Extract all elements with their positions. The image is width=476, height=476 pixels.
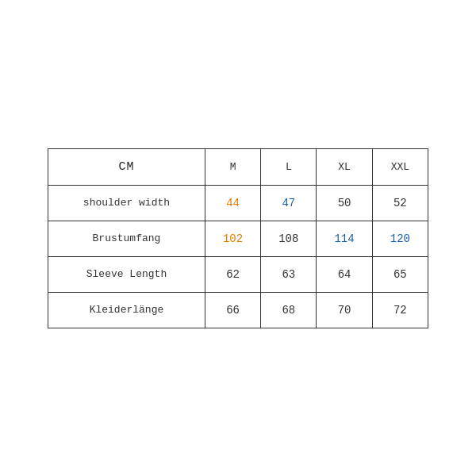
table-row: Sleeve Length62636465 <box>48 256 428 292</box>
cell-1-0: 102 <box>205 221 260 256</box>
size-chart-table: CM M L XL XXL shoulder width44475052Brus… <box>48 148 428 328</box>
table-header-row: CM M L XL XXL <box>48 148 428 185</box>
size-chart-wrapper: CM M L XL XXL shoulder width44475052Brus… <box>48 148 428 328</box>
cell-3-3: 72 <box>372 292 428 328</box>
header-size-l: L <box>261 148 317 185</box>
header-size-m: M <box>205 148 260 185</box>
cell-0-0: 44 <box>205 185 260 221</box>
cell-0-2: 50 <box>317 185 372 221</box>
table-row: Kleiderlänge66687072 <box>48 292 428 328</box>
cell-2-3: 65 <box>372 256 428 292</box>
table-row: Brustumfang102108114120 <box>48 221 428 256</box>
cell-3-1: 68 <box>261 292 317 328</box>
cell-3-2: 70 <box>317 292 372 328</box>
cell-1-3: 120 <box>372 221 428 256</box>
row-label-1: Brustumfang <box>48 221 205 256</box>
row-label-0: shoulder width <box>48 185 205 221</box>
header-size-xl: XL <box>317 148 372 185</box>
cell-1-1: 108 <box>261 221 317 256</box>
row-label-2: Sleeve Length <box>48 256 205 292</box>
cell-2-1: 63 <box>261 256 317 292</box>
header-size-xxl: XXL <box>372 148 428 185</box>
cell-2-0: 62 <box>205 256 260 292</box>
cell-1-2: 114 <box>317 221 372 256</box>
cell-0-3: 52 <box>372 185 428 221</box>
cell-0-1: 47 <box>261 185 317 221</box>
cell-2-2: 64 <box>317 256 372 292</box>
table-row: shoulder width44475052 <box>48 185 428 221</box>
header-label-cm: CM <box>48 148 205 185</box>
cell-3-0: 66 <box>205 292 260 328</box>
row-label-3: Kleiderlänge <box>48 292 205 328</box>
